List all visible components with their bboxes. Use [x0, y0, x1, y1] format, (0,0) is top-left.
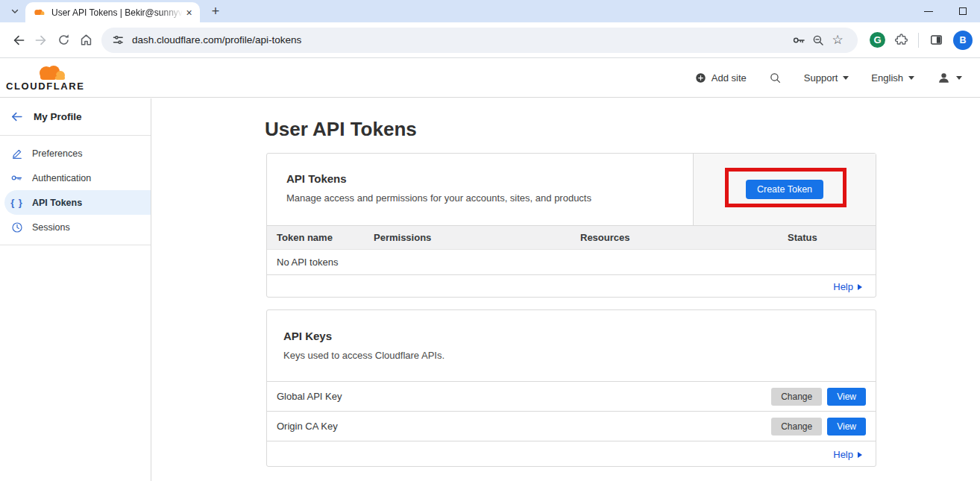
global-api-key-label: Global API Key: [277, 391, 342, 402]
bookmark-star-icon[interactable]: ☆: [828, 31, 847, 50]
api-keys-title: API Keys: [283, 330, 876, 342]
reload-icon: [57, 33, 71, 47]
tab-title: User API Tokens | Bekir@sunnyv: [51, 7, 183, 18]
chevron-down-icon: [843, 76, 849, 80]
chevron-down-icon: [10, 6, 20, 16]
braces-icon: { }: [10, 197, 23, 208]
sidebar-item-label: API Tokens: [32, 198, 82, 208]
maximize-button[interactable]: [946, 0, 980, 22]
home-button[interactable]: [75, 29, 97, 51]
tokens-empty-row: No API tokens: [267, 249, 876, 274]
cloudflare-logo[interactable]: CLOUDFLARE: [6, 64, 85, 92]
reload-button[interactable]: [52, 29, 75, 51]
cloudflare-header: CLOUDFLARE Add site Support English: [0, 59, 980, 98]
plus-circle-icon: [695, 72, 706, 84]
api-keys-card: API Keys Keys used to access Cloudflare …: [266, 309, 876, 467]
minimize-button[interactable]: [911, 0, 946, 22]
tab-close-icon[interactable]: ×: [183, 6, 195, 19]
add-site-button[interactable]: Add site: [695, 72, 747, 84]
pencil-icon: [10, 148, 23, 160]
language-label: English: [871, 72, 903, 84]
sidebar-divider: [0, 245, 151, 245]
person-icon: [937, 71, 951, 85]
key-icon: [10, 172, 23, 184]
minimize-icon: [924, 11, 933, 12]
tokens-table-header: Token name Permissions Resources Status: [267, 225, 876, 249]
back-button[interactable]: [7, 29, 30, 51]
arrow-right-icon: [34, 33, 48, 48]
main-content: User API Tokens API Tokens Manage access…: [151, 98, 980, 481]
zoom-icon[interactable]: [808, 31, 828, 50]
sidebar-item-label: Preferences: [32, 148, 82, 159]
column-permissions: Permissions: [374, 232, 580, 243]
global-api-key-view-button[interactable]: View: [827, 388, 866, 406]
global-api-key-row: Global API Key Change View: [267, 381, 876, 411]
cloudflare-logo-text: CLOUDFLARE: [6, 81, 85, 92]
browser-titlebar: User API Tokens | Bekir@sunnyv × +: [0, 0, 980, 22]
annotation-highlight-box: [725, 168, 846, 207]
page-title: User API Tokens: [265, 118, 417, 141]
origin-ca-key-view-button[interactable]: View: [827, 418, 866, 436]
triangle-right-icon: [858, 452, 862, 458]
api-tokens-title: API Tokens: [286, 172, 693, 185]
help-label: Help: [833, 281, 853, 292]
search-icon: [769, 72, 782, 84]
password-key-icon[interactable]: [789, 31, 808, 50]
support-label: Support: [804, 72, 838, 84]
sidebar-item-api-tokens[interactable]: { } API Tokens: [4, 190, 151, 215]
side-panel-icon: [929, 33, 943, 47]
maximize-icon: [959, 7, 967, 15]
cloudflare-cloud-icon: [6, 64, 85, 82]
address-bar[interactable]: dash.cloudflare.com/profile/api-tokens ☆: [101, 28, 858, 53]
sidebar-item-label: Sessions: [32, 222, 70, 233]
no-api-tokens-text: No API tokens: [277, 257, 338, 268]
extensions-button[interactable]: [890, 29, 912, 51]
account-menu[interactable]: [937, 71, 962, 85]
forward-button[interactable]: [30, 29, 52, 51]
arrow-left-icon: [10, 110, 24, 124]
api-tokens-description: Manage access and permissions for your a…: [286, 192, 693, 204]
site-settings-icon[interactable]: [112, 34, 125, 46]
language-menu[interactable]: English: [871, 72, 914, 84]
toolbar-divider: [918, 33, 919, 48]
chevron-down-icon: [908, 76, 914, 80]
new-tab-button[interactable]: +: [206, 1, 225, 21]
api-keys-help-link[interactable]: Help: [833, 449, 862, 460]
origin-ca-key-change-button[interactable]: Change: [771, 418, 822, 436]
grammarly-extension-icon[interactable]: G: [870, 32, 885, 48]
sidebar-item-preferences[interactable]: Preferences: [0, 141, 151, 166]
sidebar-back-my-profile[interactable]: My Profile: [0, 98, 151, 136]
browser-profile-avatar[interactable]: B: [953, 31, 973, 50]
window-controls: [911, 0, 980, 22]
my-profile-label: My Profile: [34, 111, 82, 122]
api-tokens-help-link[interactable]: Help: [833, 281, 862, 292]
origin-ca-key-row: Origin CA Key Change View: [267, 411, 876, 441]
header-search-button[interactable]: [769, 72, 782, 84]
column-resources: Resources: [580, 232, 788, 243]
add-site-label: Add site: [712, 72, 747, 84]
column-status: Status: [788, 232, 876, 243]
help-label: Help: [833, 449, 853, 460]
url-text[interactable]: dash.cloudflare.com/profile/api-tokens: [132, 34, 301, 45]
sidebar-item-authentication[interactable]: Authentication: [0, 166, 151, 190]
triangle-right-icon: [858, 284, 862, 290]
browser-toolbar: dash.cloudflare.com/profile/api-tokens ☆…: [0, 22, 980, 58]
chevron-down-icon: [956, 76, 962, 80]
tab-search-button[interactable]: [4, 1, 25, 22]
support-menu[interactable]: Support: [804, 72, 849, 84]
puzzle-icon: [894, 33, 908, 47]
cloudflare-favicon-icon: [33, 8, 45, 16]
arrow-left-icon: [11, 33, 26, 48]
sidebar-item-sessions[interactable]: Sessions: [0, 215, 151, 239]
api-keys-description: Keys used to access Cloudflare APIs.: [283, 350, 876, 361]
browser-tab[interactable]: User API Tokens | Bekir@sunnyv ×: [25, 2, 200, 22]
home-icon: [79, 33, 93, 47]
side-panel-button[interactable]: [925, 29, 947, 51]
sidebar: My Profile Preferences Authentication { …: [0, 98, 151, 481]
global-api-key-change-button[interactable]: Change: [771, 388, 822, 406]
column-token-name: Token name: [277, 232, 374, 243]
clock-icon: [10, 221, 23, 233]
origin-ca-key-label: Origin CA Key: [277, 421, 338, 432]
sidebar-item-label: Authentication: [32, 173, 91, 183]
